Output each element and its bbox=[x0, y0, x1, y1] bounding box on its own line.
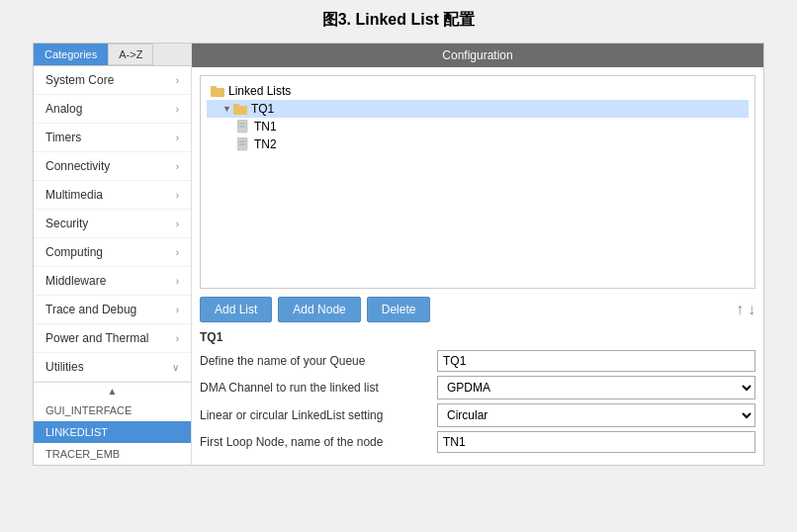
sidebar-item-label: Connectivity bbox=[45, 159, 110, 173]
form-label-dma-channel: DMA Channel to run the linked list bbox=[200, 381, 437, 395]
arrow-down-icon[interactable]: ↓ bbox=[748, 301, 755, 318]
sidebar-item-system-core[interactable]: System Core › bbox=[34, 66, 191, 95]
tree-node-tq1[interactable]: ▼ TQ1 bbox=[207, 100, 749, 118]
sidebar-tabs: Categories A->Z bbox=[34, 44, 191, 66]
tree-node-tn1-label: TN1 bbox=[254, 120, 277, 133]
main-container: Categories A->Z System Core › Analog › T… bbox=[33, 43, 764, 466]
sidebar-item-timers[interactable]: Timers › bbox=[34, 124, 191, 152]
panel-body: Linked Lists ▼ TQ1 TN1 bbox=[192, 67, 763, 465]
form-input-queue-name[interactable] bbox=[437, 350, 755, 372]
right-panel: Configuration Linked Lists ▼ bbox=[192, 44, 763, 465]
file-icon-tn1 bbox=[236, 120, 250, 133]
tree-node-tn2-label: TN2 bbox=[254, 137, 277, 151]
sidebar-item-label: System Core bbox=[45, 73, 114, 87]
sidebar-item-middleware[interactable]: Middleware › bbox=[34, 267, 191, 296]
tree-view: Linked Lists ▼ TQ1 TN1 bbox=[200, 75, 755, 289]
chevron-right-icon: › bbox=[176, 104, 179, 115]
form-row-linear-circular: Linear or circular LinkedList setting Ci… bbox=[200, 403, 755, 427]
form-row-first-loop-node: First Loop Node, name of the node bbox=[200, 431, 755, 453]
chevron-right-icon: › bbox=[176, 75, 179, 86]
form-area: TQ1 Define the name of your Queue DMA Ch… bbox=[200, 330, 755, 457]
form-row-queue-name: Define the name of your Queue bbox=[200, 350, 755, 372]
file-icon-tn2 bbox=[236, 137, 250, 151]
form-select-linear-circular[interactable]: Circular Linear bbox=[437, 403, 755, 427]
sidebar-item-label: Computing bbox=[45, 245, 103, 259]
sidebar-item-trace-debug[interactable]: Trace and Debug › bbox=[34, 296, 191, 324]
sidebar-bottom-tracer-emb[interactable]: TRACER_EMB bbox=[34, 443, 191, 465]
delete-button[interactable]: Delete bbox=[367, 297, 431, 322]
folder-open-icon bbox=[233, 102, 247, 116]
add-list-button[interactable]: Add List bbox=[200, 297, 272, 322]
chevron-right-icon: › bbox=[176, 133, 179, 143]
tree-toggle-icon: ▼ bbox=[222, 104, 231, 114]
form-row-dma-channel: DMA Channel to run the linked list GPDMA bbox=[200, 376, 755, 399]
form-label-first-loop-node: First Loop Node, name of the node bbox=[200, 435, 437, 449]
toolbar: Add List Add Node Delete ↑ ↓ bbox=[200, 297, 755, 322]
chevron-right-icon: › bbox=[176, 247, 179, 258]
sidebar-item-label: Timers bbox=[45, 131, 81, 144]
sidebar-bottom-gui-interface[interactable]: GUI_INTERFACE bbox=[34, 399, 191, 421]
chevron-right-icon: › bbox=[176, 190, 179, 201]
panel-header: Configuration bbox=[192, 44, 763, 67]
sidebar-item-label: Power and Thermal bbox=[45, 331, 149, 345]
sidebar-item-label: Trace and Debug bbox=[45, 303, 136, 316]
tree-root: Linked Lists bbox=[207, 82, 749, 100]
add-node-button[interactable]: Add Node bbox=[278, 297, 360, 322]
tree-node-tn1[interactable]: TN1 bbox=[207, 118, 749, 135]
chevron-right-icon: › bbox=[176, 276, 179, 287]
sidebar-item-label: Security bbox=[45, 217, 88, 230]
form-label-queue-name: Define the name of your Queue bbox=[200, 354, 437, 368]
tree-root-label: Linked Lists bbox=[228, 84, 291, 98]
form-input-first-loop-node[interactable] bbox=[437, 431, 755, 453]
folder-icon bbox=[211, 84, 224, 98]
page-title: 图3. Linked List 配置 bbox=[10, 10, 787, 31]
sidebar-item-connectivity[interactable]: Connectivity › bbox=[34, 152, 191, 181]
sidebar-bottom: ▲ GUI_INTERFACE LINKEDLIST TRACER_EMB bbox=[34, 382, 191, 465]
sidebar-bottom-linkedlist[interactable]: LINKEDLIST bbox=[34, 421, 191, 443]
scroll-up-button[interactable]: ▲ bbox=[34, 383, 191, 399]
tree-node-tq1-label: TQ1 bbox=[251, 102, 274, 116]
sidebar: Categories A->Z System Core › Analog › T… bbox=[34, 44, 192, 465]
toolbar-arrows: ↑ ↓ bbox=[736, 301, 755, 318]
tree-node-tn2[interactable]: TN2 bbox=[207, 135, 749, 153]
form-label-linear-circular: Linear or circular LinkedList setting bbox=[200, 408, 437, 422]
svg-rect-3 bbox=[233, 104, 239, 108]
sidebar-item-label: Utilities bbox=[45, 360, 84, 374]
chevron-right-icon: › bbox=[176, 161, 179, 172]
arrow-up-icon[interactable]: ↑ bbox=[736, 301, 744, 318]
svg-rect-1 bbox=[211, 86, 217, 90]
tab-categories[interactable]: Categories bbox=[34, 44, 108, 65]
sidebar-item-label: Multimedia bbox=[45, 188, 103, 202]
form-select-dma-channel[interactable]: GPDMA bbox=[437, 376, 755, 399]
sidebar-item-multimedia[interactable]: Multimedia › bbox=[34, 181, 191, 210]
sidebar-item-computing[interactable]: Computing › bbox=[34, 238, 191, 267]
sidebar-item-label: Middleware bbox=[45, 274, 106, 288]
chevron-down-icon: ∨ bbox=[172, 362, 179, 373]
chevron-right-icon: › bbox=[176, 219, 179, 229]
sidebar-item-utilities[interactable]: Utilities ∨ bbox=[34, 353, 191, 382]
sidebar-item-security[interactable]: Security › bbox=[34, 210, 191, 238]
sidebar-item-label: Analog bbox=[45, 102, 82, 116]
chevron-right-icon: › bbox=[176, 333, 179, 344]
chevron-right-icon: › bbox=[176, 305, 179, 315]
form-section-title: TQ1 bbox=[200, 330, 755, 344]
tab-az[interactable]: A->Z bbox=[108, 44, 153, 65]
sidebar-item-analog[interactable]: Analog › bbox=[34, 95, 191, 124]
sidebar-item-power-thermal[interactable]: Power and Thermal › bbox=[34, 324, 191, 353]
